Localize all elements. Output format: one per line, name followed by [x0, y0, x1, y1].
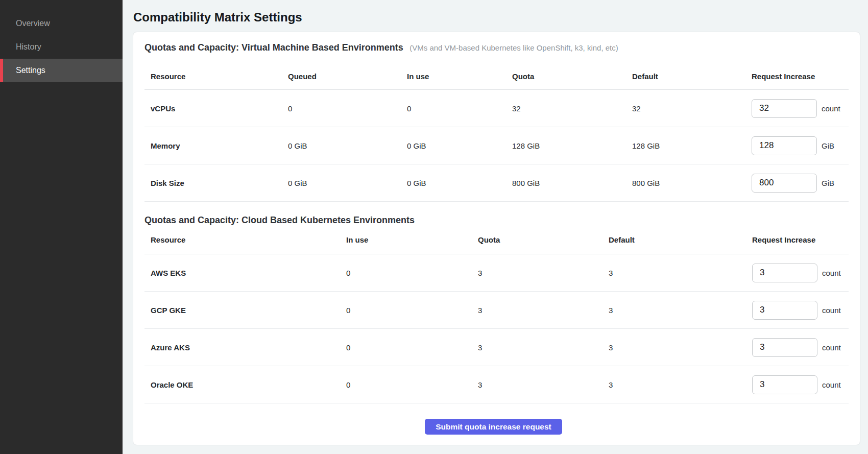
vm_section-col-header: Request Increase — [745, 72, 849, 81]
vm-table-header: ResourceQueuedIn useQuotaDefaultRequest … — [144, 63, 849, 90]
sidebar-item-label: Settings — [16, 66, 45, 75]
sidebar: OverviewHistorySettings — [0, 0, 123, 454]
default-value: 3 — [602, 380, 746, 389]
quota-value: 128 GiB — [506, 141, 626, 150]
k8s-section-heading: Quotas and Capacity: Cloud Based Kuberne… — [144, 202, 849, 226]
default-value: 3 — [602, 343, 746, 352]
resource-name: Azure AKS — [144, 343, 340, 352]
button-row: Submit quota increase request — [144, 403, 849, 435]
quota-value: 3 — [472, 380, 602, 389]
sidebar-nav: OverviewHistorySettings — [0, 12, 123, 82]
vm_section-col-header: Quota — [506, 72, 626, 81]
k8s_section-col-header: Quota — [472, 235, 602, 244]
quota-value: 3 — [472, 269, 602, 277]
vm_section-col-header: Resource — [144, 72, 282, 81]
k8s_section-col-header: In use — [340, 235, 472, 244]
quota-settings-card: Quotas and Capacity: Virtual Machine Bas… — [133, 32, 860, 445]
request-increase-input[interactable] — [752, 301, 817, 320]
table-row: vCPUs003232count — [144, 90, 849, 127]
request-increase-cell: count — [745, 99, 849, 118]
in_use-value: 0 — [340, 269, 472, 277]
page-title: Compatibility Matrix Settings — [133, 10, 860, 25]
k8s_section-col-header: Request Increase — [746, 235, 849, 244]
vm_section-col-header: Queued — [282, 72, 401, 81]
queued-value: 0 GiB — [282, 179, 401, 187]
quota-value: 3 — [472, 306, 602, 315]
unit-label: count — [822, 306, 841, 315]
vm-section-title: Quotas and Capacity: Virtual Machine Bas… — [144, 42, 403, 53]
submit-quota-increase-button[interactable]: Submit quota increase request — [425, 419, 562, 435]
table-row: Oracle OKE033count — [144, 366, 849, 403]
resource-name: vCPUs — [144, 104, 282, 113]
vm_section-col-header: Default — [626, 72, 745, 81]
sidebar-item-label: History — [16, 42, 41, 52]
unit-label: count — [822, 380, 841, 389]
vm-table-body: vCPUs003232countMemory0 GiB0 GiB128 GiB1… — [144, 90, 849, 202]
k8s-table-header: ResourceIn useQuotaDefaultRequest Increa… — [144, 226, 849, 254]
request-increase-cell: count — [746, 264, 849, 282]
unit-label: count — [822, 269, 841, 277]
unit-label: GiB — [822, 141, 834, 150]
in_use-value: 0 — [340, 306, 472, 315]
sidebar-item-history[interactable]: History — [0, 35, 123, 59]
request-increase-cell: GiB — [745, 136, 849, 155]
default-value: 3 — [602, 269, 746, 277]
sidebar-item-overview[interactable]: Overview — [0, 12, 123, 35]
quota-value: 800 GiB — [506, 179, 626, 187]
queued-value: 0 GiB — [282, 141, 401, 150]
k8s-table-body: AWS EKS033countGCP GKE033countAzure AKS0… — [144, 254, 849, 403]
vm-section-subtitle: (VMs and VM-based Kubernetes like OpenSh… — [409, 43, 618, 52]
resource-name: Disk Size — [144, 179, 282, 187]
vm_section-col-header: In use — [401, 72, 506, 81]
in_use-value: 0 — [340, 343, 472, 352]
quota-value: 3 — [472, 343, 602, 352]
k8s_section-col-header: Default — [602, 235, 746, 244]
table-row: Disk Size0 GiB0 GiB800 GiB800 GiBGiB — [144, 164, 849, 202]
unit-label: GiB — [822, 179, 834, 187]
in_use-value: 0 — [401, 104, 506, 113]
default-value: 128 GiB — [626, 141, 745, 150]
request-increase-input[interactable] — [752, 174, 817, 193]
default-value: 3 — [602, 306, 746, 315]
request-increase-input[interactable] — [752, 99, 817, 118]
queued-value: 0 — [282, 104, 401, 113]
resource-name: Oracle OKE — [144, 380, 340, 389]
default-value: 32 — [626, 104, 745, 113]
k8s_section-col-header: Resource — [144, 235, 340, 244]
request-increase-cell: count — [746, 375, 849, 394]
table-row: GCP GKE033count — [144, 292, 849, 329]
vm-section-heading: Quotas and Capacity: Virtual Machine Bas… — [144, 32, 849, 53]
request-increase-cell: GiB — [745, 174, 849, 193]
in_use-value: 0 GiB — [401, 141, 506, 150]
table-row: Memory0 GiB0 GiB128 GiB128 GiBGiB — [144, 127, 849, 164]
sidebar-item-label: Overview — [16, 19, 50, 28]
request-increase-input[interactable] — [752, 338, 817, 357]
table-row: AWS EKS033count — [144, 254, 849, 292]
table-row: Azure AKS033count — [144, 329, 849, 366]
in_use-value: 0 — [340, 380, 472, 389]
unit-label: count — [822, 104, 840, 113]
main-content: Compatibility Matrix Settings Quotas and… — [123, 0, 868, 454]
k8s-section-title: Quotas and Capacity: Cloud Based Kuberne… — [144, 215, 415, 225]
request-increase-cell: count — [746, 301, 849, 320]
unit-label: count — [822, 343, 841, 352]
request-increase-input[interactable] — [752, 375, 817, 394]
request-increase-cell: count — [746, 338, 849, 357]
quota-value: 32 — [506, 104, 626, 113]
request-increase-input[interactable] — [752, 264, 817, 282]
default-value: 800 GiB — [626, 179, 745, 187]
request-increase-input[interactable] — [752, 136, 817, 155]
resource-name: GCP GKE — [144, 306, 340, 315]
sidebar-item-settings[interactable]: Settings — [0, 59, 123, 82]
in_use-value: 0 GiB — [401, 179, 506, 187]
resource-name: AWS EKS — [144, 269, 340, 277]
resource-name: Memory — [144, 141, 282, 150]
